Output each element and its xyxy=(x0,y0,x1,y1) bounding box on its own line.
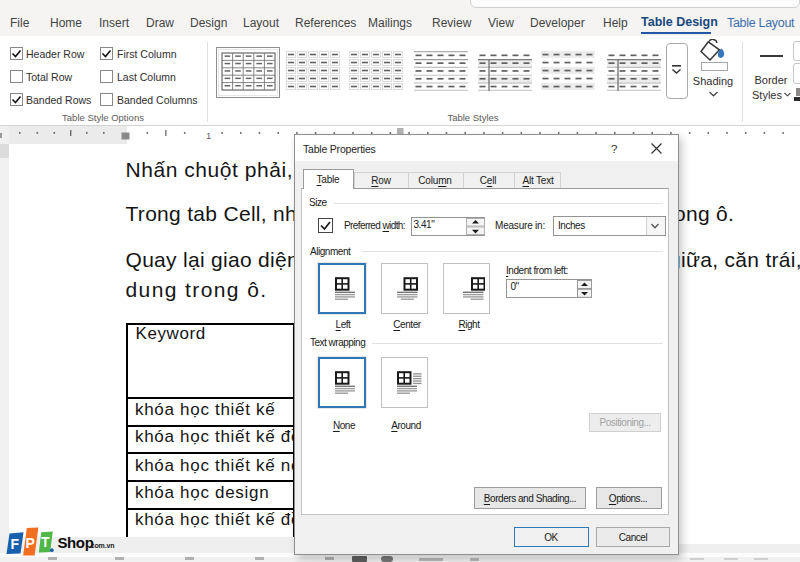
svg-text:F: F xyxy=(11,536,20,552)
svg-text:T: T xyxy=(41,534,50,550)
svg-text:1: 1 xyxy=(206,130,211,141)
svg-text:.com.vn: .com.vn xyxy=(89,542,115,549)
svg-text:P: P xyxy=(26,535,35,551)
